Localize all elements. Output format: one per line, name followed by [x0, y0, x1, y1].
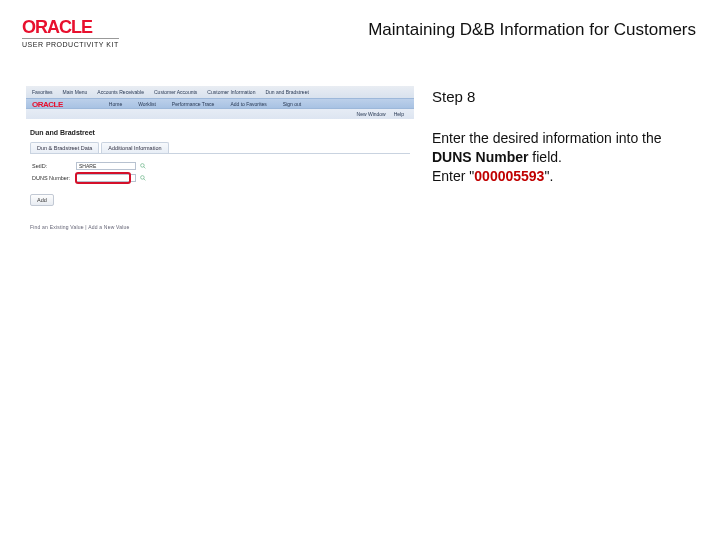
step-label: Step 8 [432, 88, 696, 105]
oracle-logo: ORACLE [22, 18, 92, 36]
page-header: ORACLE USER PRODUCTIVITY KIT Maintaining… [0, 0, 720, 56]
add-button[interactable]: Add [30, 194, 54, 206]
label-setid: SetID: [32, 163, 72, 169]
lookup-icon[interactable] [140, 175, 146, 181]
mini-oracle-logo: ORACLE [32, 100, 63, 109]
content-row: Favorites Main Menu Accounts Receivable … [0, 56, 720, 286]
util-bar: New Window Help [26, 109, 414, 119]
breadcrumb-bar: Favorites Main Menu Accounts Receivable … [26, 86, 414, 98]
nav-item[interactable]: Home [109, 101, 122, 107]
form-body: SetID: SHARE DUNS Number: [26, 154, 414, 182]
input-setid[interactable]: SHARE [76, 162, 136, 170]
text: Enter the desired information into the [432, 130, 662, 146]
app-screenshot: Favorites Main Menu Accounts Receivable … [26, 86, 414, 286]
tab-dnb-data[interactable]: Dun & Bradstreet Data [30, 142, 99, 153]
nav-bar: Home Worklist Performance Trace Add to F… [26, 98, 414, 109]
lookup-icon[interactable] [140, 163, 146, 169]
form-heading: Dun and Bradstreet [26, 119, 414, 140]
row-setid: SetID: SHARE [32, 162, 408, 170]
instruction-pane: Step 8 Enter the desired information int… [432, 86, 696, 286]
form-footer-links[interactable]: Find an Existing Value | Add a New Value [26, 206, 414, 230]
text: ". [544, 168, 553, 184]
breadcrumb[interactable]: Accounts Receivable [97, 89, 144, 95]
nav-item[interactable]: Add to Favorites [230, 101, 266, 107]
logo-subtext: USER PRODUCTIVITY KIT [22, 38, 119, 48]
instruction-line-2: Enter "000005593". [432, 167, 696, 186]
util-link[interactable]: Help [394, 111, 404, 117]
label-duns: DUNS Number: [32, 175, 72, 181]
svg-line-3 [144, 179, 146, 181]
page-title: Maintaining D&B Information for Customer… [368, 18, 696, 40]
input-duns[interactable] [76, 174, 136, 182]
breadcrumb[interactable]: Main Menu [63, 89, 88, 95]
nav-item[interactable]: Sign out [283, 101, 301, 107]
util-link[interactable]: New Window [357, 111, 386, 117]
row-duns: DUNS Number: [32, 174, 408, 182]
logo-block: ORACLE USER PRODUCTIVITY KIT [22, 18, 119, 48]
instruction-line-1: Enter the desired information into the D… [432, 129, 696, 167]
breadcrumb[interactable]: Customer Accounts [154, 89, 197, 95]
entry-value: 000005593 [474, 168, 544, 184]
text: Enter " [432, 168, 474, 184]
breadcrumb[interactable]: Favorites [32, 89, 53, 95]
nav-item[interactable]: Worklist [138, 101, 156, 107]
field-name: DUNS Number [432, 149, 528, 165]
tab-additional-info[interactable]: Additional Information [101, 142, 168, 153]
svg-line-1 [144, 167, 146, 169]
breadcrumb[interactable]: Customer Information [207, 89, 255, 95]
breadcrumb[interactable]: Dun and Bradstreet [265, 89, 308, 95]
tab-strip: Dun & Bradstreet Data Additional Informa… [30, 142, 410, 154]
nav-item[interactable]: Performance Trace [172, 101, 215, 107]
text: field. [528, 149, 561, 165]
